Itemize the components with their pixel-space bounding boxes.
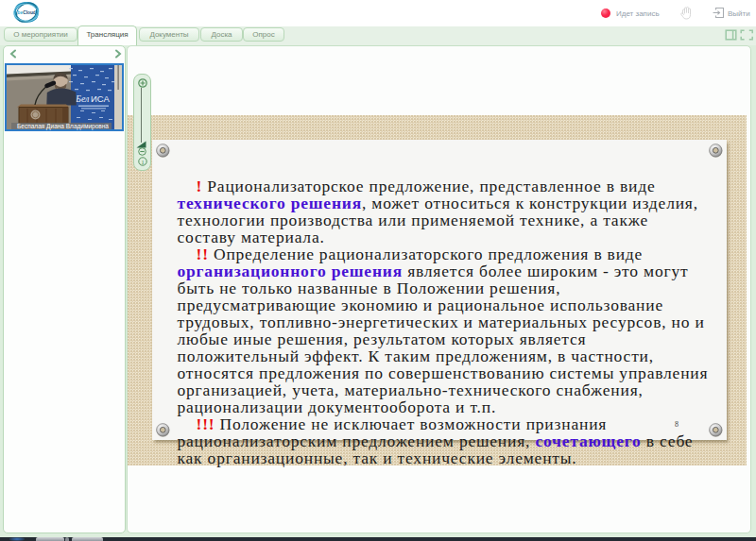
- svg-text:beCloud: beCloud: [18, 10, 36, 15]
- svg-text:1: 1: [141, 159, 145, 166]
- svg-text:Бел: Бел: [75, 93, 90, 104]
- svg-text:ИСА: ИСА: [91, 93, 110, 104]
